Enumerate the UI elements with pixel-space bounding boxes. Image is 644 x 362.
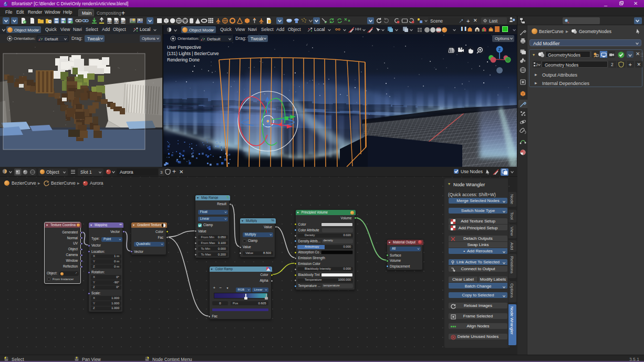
svg-text:ABC: ABC xyxy=(121,20,126,23)
svg-text:FBX: FBX xyxy=(108,20,112,23)
svg-text:OBJ: OBJ xyxy=(114,20,118,23)
svg-text:Z: Z xyxy=(498,48,501,51)
